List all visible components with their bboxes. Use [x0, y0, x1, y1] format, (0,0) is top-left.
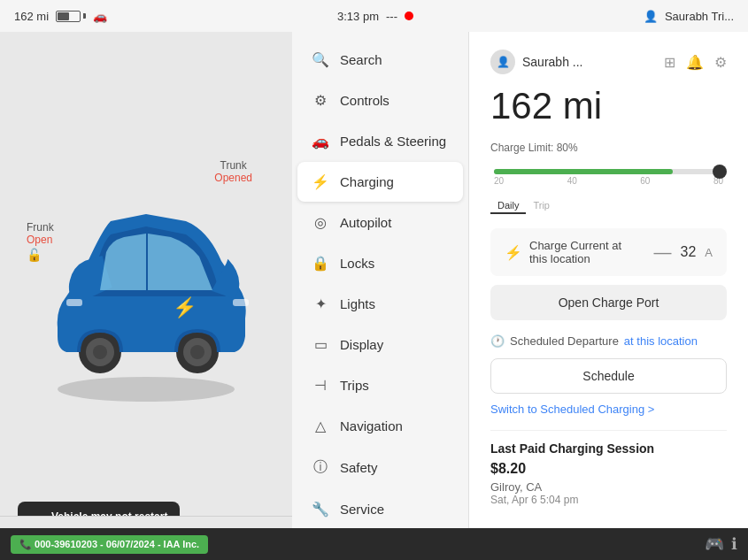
tab-trip[interactable]: Trip [526, 198, 557, 214]
slider-fill [494, 169, 673, 174]
safety-icon: ⓘ [312, 458, 329, 477]
sidebar-item-label: Navigation [340, 418, 403, 433]
taskbar-icon-1[interactable]: 🎮 [705, 534, 724, 554]
sidebar-item-controls[interactable]: ⚙ Controls [297, 81, 463, 120]
user-row: 👤 Saurabh ... ⊞ 🔔 ⚙ [490, 50, 727, 74]
svg-text:⚡: ⚡ [173, 295, 197, 319]
lights-icon: ✦ [312, 295, 329, 312]
scheduled-departure-label: Scheduled Departure [510, 334, 619, 348]
switch-charging-link[interactable]: Switch to Scheduled Charging > [490, 403, 727, 416]
pedals-icon: 🚗 [312, 133, 329, 150]
main-content: Trunk Opened Frunk Open 🔓 [0, 32, 748, 560]
sidebar-item-locks[interactable]: 🔒 Locks [297, 243, 463, 283]
range-display: 162 mi [490, 85, 727, 127]
slider-thumb[interactable] [713, 165, 727, 179]
sidebar-item-charging[interactable]: ⚡ Charging [297, 162, 463, 202]
signal-dots: --- [386, 10, 397, 23]
slider-track[interactable] [494, 169, 723, 174]
nav-panel: 🔍 Search ⚙ Controls 🚗 Pedals & Steering … [292, 32, 469, 560]
sidebar-item-trips[interactable]: ⊣ Trips [297, 365, 463, 405]
svg-point-3 [93, 345, 107, 359]
sidebar-item-pedals[interactable]: 🚗 Pedals & Steering [297, 121, 463, 161]
sidebar-item-service[interactable]: 🔧 Service [297, 489, 463, 529]
left-panel: Trunk Opened Frunk Open 🔓 [0, 32, 292, 560]
open-charge-port-button[interactable]: Open Charge Port [490, 285, 727, 320]
last-session-location: Gilroy, CA [490, 480, 727, 494]
status-bar-user: Saurabh Tri... [665, 10, 734, 23]
sidebar-item-label: Locks [340, 256, 374, 271]
sidebar-item-label: Trips [340, 378, 369, 393]
charge-current-row: ⚡ Charge Current at this location — 32 A [490, 228, 727, 276]
lock-icon: 🔒 [312, 255, 329, 272]
sidebar-item-label: Safety [340, 460, 378, 475]
sidebar-item-search[interactable]: 🔍 Search [297, 40, 463, 80]
taskbar-left: 📞 000-39610203 - 06/07/2024 - IAA Inc. [11, 535, 208, 554]
taskbar: 📞 000-39610203 - 06/07/2024 - IAA Inc. 🎮… [0, 528, 748, 560]
svg-rect-9 [233, 299, 249, 306]
slider-labels: 20 40 60 80 [490, 176, 727, 186]
sidebar-item-label: Lights [340, 296, 375, 311]
last-session-title: Last Paid Charging Session [490, 441, 727, 456]
autopilot-icon: ◎ [312, 214, 329, 231]
svg-point-6 [190, 345, 204, 359]
schedule-button[interactable]: Schedule [490, 358, 727, 394]
car-status-icon: 🚗 [93, 10, 107, 23]
user-info: 👤 Saurabh ... [490, 50, 583, 74]
svg-point-0 [58, 377, 235, 402]
charge-current-label: Charge Current at this location [529, 239, 621, 265]
tab-daily[interactable]: Daily [490, 198, 526, 214]
sidebar-item-label: Service [340, 502, 384, 517]
phone-icon: 📞 [19, 539, 32, 549]
charge-current-left: ⚡ Charge Current at this location [505, 239, 621, 265]
record-dot [405, 12, 413, 20]
sidebar-item-label: Controls [340, 93, 389, 108]
right-panel: 👤 Saurabh ... ⊞ 🔔 ⚙ 162 mi Charge Limit:… [469, 32, 748, 560]
charge-bolt-icon: ⚡ [505, 244, 522, 261]
status-bar: 162 mi 🚗 3:13 pm --- 👤 Saurabh Tri... [0, 0, 748, 32]
car-container: Trunk Opened Frunk Open 🔓 [22, 142, 270, 425]
taskbar-right: 🎮 ℹ [705, 534, 737, 554]
settings-icon[interactable]: ⚙ [714, 54, 727, 71]
scheduled-departure: 🕐 Scheduled Departure at this location [490, 334, 727, 348]
header-icons: ⊞ 🔔 ⚙ [664, 54, 727, 71]
charge-limit-label: Charge Limit: 80% [490, 142, 727, 154]
sidebar-item-display[interactable]: ▭ Display [297, 325, 463, 364]
controls-icon: ⚙ [312, 92, 329, 109]
scheduled-departure-link[interactable]: at this location [624, 334, 698, 348]
sidebar-item-label: Pedals & Steering [340, 134, 446, 149]
call-badge: 📞 000-39610203 - 06/07/2024 - IAA Inc. [11, 535, 208, 554]
slider-tab-row: Daily Trip [490, 198, 727, 214]
sidebar-item-lights[interactable]: ✦ Lights [297, 284, 463, 324]
charge-limit-section: Charge Limit: 80% 20 40 60 80 Daily Trip [490, 142, 727, 214]
bell-icon[interactable]: 🔔 [686, 54, 704, 71]
user-name: Saurabh ... [522, 55, 583, 69]
trips-icon: ⊣ [312, 377, 329, 394]
sidebar-item-label: Charging [340, 174, 394, 189]
sidebar-item-navigation[interactable]: △ Navigation [297, 406, 463, 446]
current-time: 3:13 pm [337, 10, 379, 23]
battery-icon [56, 11, 86, 22]
charge-slider-container[interactable]: 20 40 60 80 [490, 159, 727, 195]
clock-icon: 🕐 [490, 334, 505, 348]
navigation-icon: △ [312, 418, 329, 434]
charging-icon: ⚡ [312, 173, 329, 190]
trunk-label: Trunk Opened [214, 159, 252, 184]
display-icon: ▭ [312, 336, 329, 353]
charge-decrease-button[interactable]: — [654, 242, 672, 263]
charge-current-value: 32 [681, 244, 697, 260]
status-bar-left: 162 mi 🚗 [14, 10, 107, 23]
switch-charging-label: Switch to Scheduled Charging > [490, 403, 654, 416]
last-session-date: Sat, Apr 6 5:04 pm [490, 494, 727, 506]
service-icon: 🔧 [312, 501, 329, 518]
user-icon: 👤 [644, 10, 658, 23]
sidebar-item-safety[interactable]: ⓘ Safety [297, 447, 463, 488]
sidebar-item-autopilot[interactable]: ◎ Autopilot [297, 203, 463, 242]
taskbar-icon-2[interactable]: ℹ [731, 534, 737, 554]
charge-unit-label: A [705, 246, 713, 259]
search-icon: 🔍 [312, 51, 329, 68]
svg-rect-8 [66, 299, 82, 306]
section-divider [490, 430, 727, 431]
sidebar-item-label: Autopilot [340, 215, 391, 230]
frunk-label: Frunk Open 🔓 [27, 221, 54, 262]
grid-icon[interactable]: ⊞ [664, 54, 675, 71]
